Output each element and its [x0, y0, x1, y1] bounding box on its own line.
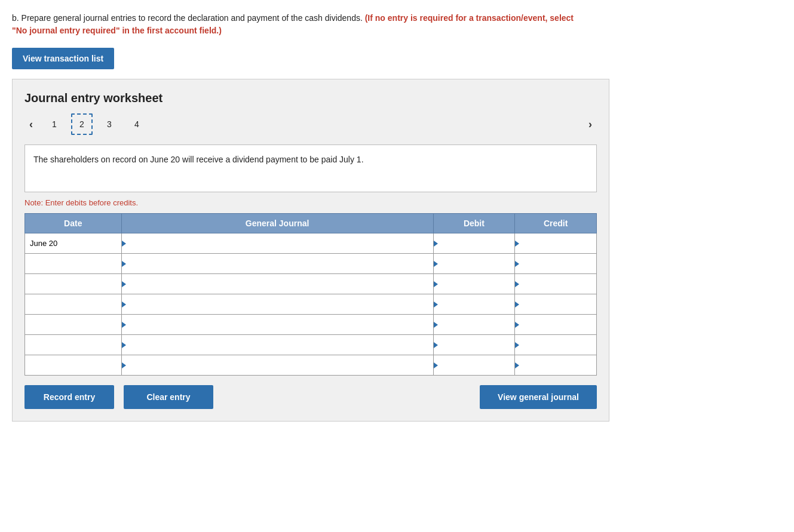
table-row: [25, 355, 597, 376]
date-input-2[interactable]: [27, 276, 119, 293]
journal-input-2[interactable]: [124, 276, 431, 293]
date-cell-3[interactable]: [25, 294, 122, 315]
debit-cell-2[interactable]: [433, 274, 515, 294]
journal-indicator-1: [122, 261, 126, 267]
journal-cell-4[interactable]: [121, 315, 433, 335]
col-header-credit: Credit: [515, 214, 597, 233]
journal-cell-2[interactable]: [121, 274, 433, 294]
next-arrow[interactable]: ›: [584, 116, 597, 133]
tab-2[interactable]: 2: [71, 113, 93, 135]
date-input-1[interactable]: [27, 256, 119, 272]
debit-input-0[interactable]: [436, 235, 513, 252]
date-cell-2[interactable]: [25, 274, 122, 294]
debit-indicator-4: [434, 322, 438, 328]
view-general-journal-button[interactable]: View general journal: [480, 385, 597, 409]
date-cell-0[interactable]: [25, 233, 122, 254]
instructions-prefix: b. Prepare general journal entries to re…: [12, 13, 363, 23]
credit-cell-2[interactable]: [515, 274, 597, 294]
journal-input-3[interactable]: [124, 296, 431, 313]
prev-arrow[interactable]: ‹: [24, 116, 38, 133]
credit-indicator-0: [515, 241, 519, 247]
col-header-date: Date: [25, 214, 122, 233]
credit-indicator-1: [515, 261, 519, 267]
journal-input-5[interactable]: [124, 337, 431, 353]
tab-4[interactable]: 4: [126, 113, 148, 135]
debit-indicator-1: [434, 261, 438, 267]
debit-cell-4[interactable]: [433, 315, 515, 335]
journal-indicator-5: [122, 342, 126, 348]
date-input-4[interactable]: [27, 316, 119, 333]
tab-navigation: ‹ 1 2 3 4 ›: [24, 113, 597, 135]
debit-cell-1[interactable]: [433, 254, 515, 274]
debit-indicator-6: [434, 362, 438, 368]
date-cell-1[interactable]: [25, 254, 122, 274]
credit-indicator-3: [515, 302, 519, 307]
credit-cell-5[interactable]: [515, 335, 597, 355]
credit-input-2[interactable]: [517, 276, 594, 293]
col-header-journal: General Journal: [121, 214, 433, 233]
journal-cell-0[interactable]: [121, 233, 433, 254]
credit-input-3[interactable]: [517, 296, 594, 313]
credit-input-6[interactable]: [517, 357, 594, 374]
debit-cell-0[interactable]: [433, 233, 515, 254]
debit-input-2[interactable]: [436, 276, 513, 293]
debit-cell-3[interactable]: [433, 294, 515, 315]
debit-cell-5[interactable]: [433, 335, 515, 355]
credit-cell-6[interactable]: [515, 355, 597, 376]
debit-cell-6[interactable]: [433, 355, 515, 376]
credit-input-0[interactable]: [517, 235, 594, 252]
credit-input-1[interactable]: [517, 256, 594, 272]
credit-input-4[interactable]: [517, 316, 594, 333]
credit-cell-0[interactable]: [515, 233, 597, 254]
credit-cell-1[interactable]: [515, 254, 597, 274]
date-input-0[interactable]: [27, 235, 119, 252]
debit-indicator-5: [434, 342, 438, 348]
journal-input-6[interactable]: [124, 357, 431, 374]
date-input-6[interactable]: [27, 357, 119, 374]
journal-indicator-0: [122, 241, 126, 247]
date-input-5[interactable]: [27, 337, 119, 353]
tab-1[interactable]: 1: [44, 113, 65, 135]
debit-indicator-2: [434, 281, 438, 287]
instructions: b. Prepare general journal entries to re…: [12, 12, 580, 37]
journal-input-1[interactable]: [124, 256, 431, 272]
worksheet-container: Journal entry worksheet ‹ 1 2 3 4 › The …: [12, 79, 609, 422]
table-row: [25, 294, 597, 315]
credit-indicator-2: [515, 281, 519, 287]
journal-table: Date General Journal Debit Credit: [24, 213, 597, 376]
journal-indicator-4: [122, 322, 126, 328]
debit-input-1[interactable]: [436, 256, 513, 272]
credit-cell-3[interactable]: [515, 294, 597, 315]
debit-input-5[interactable]: [436, 337, 513, 353]
view-transaction-button[interactable]: View transaction list: [12, 48, 114, 69]
credit-indicator-6: [515, 362, 519, 368]
col-header-debit: Debit: [433, 214, 515, 233]
journal-cell-6[interactable]: [121, 355, 433, 376]
tab-3[interactable]: 3: [99, 113, 120, 135]
note-text: Note: Enter debits before credits.: [24, 198, 597, 207]
journal-cell-3[interactable]: [121, 294, 433, 315]
journal-cell-5[interactable]: [121, 335, 433, 355]
debit-input-6[interactable]: [436, 357, 513, 374]
credit-indicator-5: [515, 342, 519, 348]
date-cell-6[interactable]: [25, 355, 122, 376]
date-input-3[interactable]: [27, 296, 119, 313]
date-cell-4[interactable]: [25, 315, 122, 335]
credit-input-5[interactable]: [517, 337, 594, 353]
table-row: [25, 254, 597, 274]
journal-indicator-2: [122, 281, 126, 287]
journal-indicator-6: [122, 362, 126, 368]
journal-input-4[interactable]: [124, 316, 431, 333]
journal-indicator-3: [122, 302, 126, 307]
action-buttons: Record entry Clear entry View general jo…: [24, 385, 597, 409]
record-entry-button[interactable]: Record entry: [24, 385, 114, 409]
journal-cell-1[interactable]: [121, 254, 433, 274]
clear-entry-button[interactable]: Clear entry: [124, 385, 213, 409]
description-box: The shareholders on record on June 20 wi…: [24, 144, 597, 192]
debit-input-3[interactable]: [436, 296, 513, 313]
credit-indicator-4: [515, 322, 519, 328]
debit-input-4[interactable]: [436, 316, 513, 333]
date-cell-5[interactable]: [25, 335, 122, 355]
credit-cell-4[interactable]: [515, 315, 597, 335]
journal-input-0[interactable]: [124, 235, 431, 252]
